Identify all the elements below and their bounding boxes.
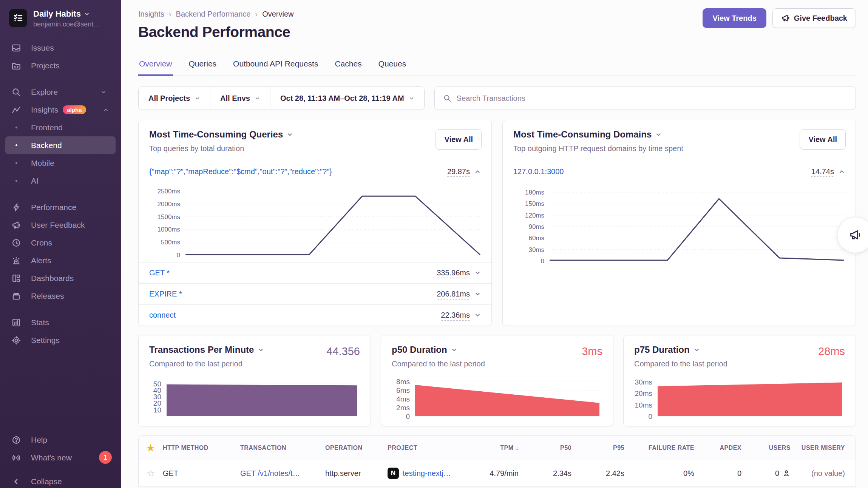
query-row: EXPIRE * 206.81ms: [139, 283, 491, 304]
column-header-p95[interactable]: P95: [575, 445, 627, 451]
column-header-http-method[interactable]: HTTP METHOD: [163, 445, 240, 451]
sidebar-item-help[interactable]: Help: [5, 431, 116, 449]
sidebar-item-settings[interactable]: Settings: [5, 331, 116, 349]
tab-overview[interactable]: Overview: [138, 59, 173, 76]
query-row: GET * 335.96ms: [139, 262, 491, 283]
folder-code-icon: [11, 61, 21, 71]
column-header-p50[interactable]: P50: [522, 445, 575, 451]
chevron-down-icon: [693, 347, 700, 353]
chevron-down-icon: [84, 11, 90, 17]
cell-p95: 2.42s: [575, 469, 627, 478]
sidebar-item-dashboards[interactable]: Dashboards: [5, 269, 116, 287]
chevron-down-icon: [195, 96, 200, 101]
query-link[interactable]: connect: [149, 311, 176, 320]
sidebar-item-frontend[interactable]: Frontend: [5, 119, 116, 136]
sidebar-item-insights[interactable]: Insights alpha: [5, 101, 116, 119]
svg-text:60ms: 60ms: [528, 235, 544, 242]
view-trends-button[interactable]: View Trends: [703, 8, 766, 28]
tab-caches[interactable]: Caches: [334, 59, 362, 76]
tab-queries[interactable]: Queries: [188, 59, 218, 76]
breadcrumb-insights[interactable]: Insights: [138, 10, 164, 19]
project-filter[interactable]: All Projects: [139, 87, 210, 110]
column-header-users[interactable]: USERS: [744, 445, 794, 451]
sidebar-item-crons[interactable]: Crons: [5, 234, 116, 252]
transaction-link[interactable]: GET /v1/notes/t…: [240, 469, 300, 477]
svg-text:2ms: 2ms: [396, 404, 410, 412]
svg-text:10ms: 10ms: [635, 401, 652, 409]
chevron-down-icon: [451, 347, 457, 353]
sidebar-item-user-feedback[interactable]: User Feedback: [5, 216, 116, 234]
chevron-up-icon[interactable]: [474, 168, 481, 175]
queries-view-all-button[interactable]: View All: [436, 129, 482, 150]
tab-queues[interactable]: Queues: [378, 59, 407, 76]
svg-text:6ms: 6ms: [396, 386, 410, 394]
cell-tpm: 4.79/min: [474, 469, 522, 478]
sidebar-collapse-button[interactable]: Collapse: [5, 473, 116, 488]
environment-filter[interactable]: All Envs: [210, 87, 270, 110]
star-toggle-icon[interactable]: ☆: [147, 468, 155, 478]
svg-text:2500ms: 2500ms: [158, 188, 180, 195]
domains-view-all-button[interactable]: View All: [800, 129, 846, 150]
sidebar-item-releases[interactable]: Releases: [5, 287, 116, 305]
chevron-down-icon[interactable]: [474, 270, 481, 276]
domain-link[interactable]: 127.0.0.1:3000: [513, 167, 564, 176]
bar-chart-icon: [11, 318, 21, 327]
column-header-transaction[interactable]: TRANSACTION: [240, 445, 325, 451]
give-feedback-button[interactable]: Give Feedback: [772, 8, 856, 28]
sidebar-item-label: Settings: [31, 336, 60, 345]
sidebar-item-ai[interactable]: AI: [5, 172, 116, 190]
query-link[interactable]: EXPIRE *: [149, 290, 182, 298]
column-header-user-misery[interactable]: USER MISERY: [794, 445, 856, 451]
chevron-down-icon[interactable]: [474, 291, 481, 297]
column-header-apdex[interactable]: APDEX: [697, 445, 744, 451]
chevron-up-icon[interactable]: [839, 168, 845, 175]
sidebar-item-whats-new[interactable]: What's new 1: [5, 449, 116, 466]
sidebar-item-stats[interactable]: Stats: [5, 313, 116, 331]
metric-title[interactable]: p75 Duration: [634, 344, 845, 355]
sidebar-item-projects[interactable]: Projects: [5, 57, 116, 74]
p75-chart: 30ms20ms10ms0: [629, 376, 846, 422]
clock-icon: [11, 238, 21, 248]
sidebar-item-mobile[interactable]: Mobile: [5, 154, 116, 172]
search-input[interactable]: [457, 94, 847, 103]
dashboard-grid-icon: [11, 273, 21, 283]
svg-text:2000ms: 2000ms: [158, 201, 180, 208]
chevron-down-icon[interactable]: [474, 312, 481, 318]
star-column-header-icon[interactable]: ★: [147, 443, 155, 453]
svg-text:30ms: 30ms: [635, 378, 652, 386]
sidebar-item-label: Alerts: [31, 256, 51, 265]
sidebar-item-explore[interactable]: Explore: [5, 83, 116, 101]
breadcrumb-backend-performance[interactable]: Backend Performance: [176, 10, 251, 19]
sidebar-item-label: Mobile: [31, 159, 54, 168]
breadcrumb-overview: Overview: [262, 10, 293, 19]
query-row-expanded: {"map":"?","mapReduce":"$cmd","out":"?",…: [139, 160, 491, 183]
column-header-operation[interactable]: OPERATION: [325, 445, 388, 451]
checklist-icon: [12, 12, 24, 24]
svg-text:1500ms: 1500ms: [158, 213, 180, 221]
sidebar-item-alerts[interactable]: Alerts: [5, 252, 116, 269]
column-header-tpm[interactable]: TPM ↓: [474, 445, 522, 451]
tab-outbound-api-requests[interactable]: Outbound API Requests: [232, 59, 319, 76]
panel-title[interactable]: Most Time-Consuming Domains: [513, 129, 845, 140]
most-time-consuming-domains-panel: Most Time-Consuming Domains Top outgoing…: [502, 120, 856, 326]
org-avatar: [9, 9, 27, 27]
org-switcher[interactable]: Daily Habits benjamin.coe@sent…: [0, 0, 121, 28]
metric-title[interactable]: p50 Duration: [392, 344, 602, 355]
sidebar-item-backend[interactable]: Backend: [5, 136, 116, 154]
domain-row-expanded: 127.0.0.1:3000 14.74s: [503, 160, 856, 183]
column-header-failure-rate[interactable]: FAILURE RATE: [627, 445, 697, 451]
metric-subtitle: Compared to the last period: [149, 360, 360, 368]
p75-duration-card: p75 Duration 28ms Compared to the last p…: [623, 335, 856, 426]
column-header-project[interactable]: PROJECT: [388, 445, 474, 451]
sidebar-item-issues[interactable]: Issues: [5, 39, 116, 57]
query-link[interactable]: GET *: [149, 269, 170, 277]
sidebar-item-performance[interactable]: Performance: [5, 198, 116, 216]
panel-title[interactable]: Most Time-Consuming Queries: [149, 129, 481, 140]
project-link[interactable]: testing-nextj…: [403, 469, 451, 478]
sidebar-item-label: What's new: [31, 453, 72, 462]
query-link[interactable]: {"map":"?","mapReduce":"$cmd","out":"?",…: [149, 167, 332, 176]
nextjs-project-icon: N: [388, 468, 399, 479]
date-range-filter[interactable]: Oct 28, 11:13 AM–Oct 28, 11:19 AM: [270, 87, 424, 110]
queries-duration-chart: 2500ms2000ms1500ms1000ms500ms0: [142, 185, 484, 261]
transaction-search[interactable]: [434, 86, 856, 110]
